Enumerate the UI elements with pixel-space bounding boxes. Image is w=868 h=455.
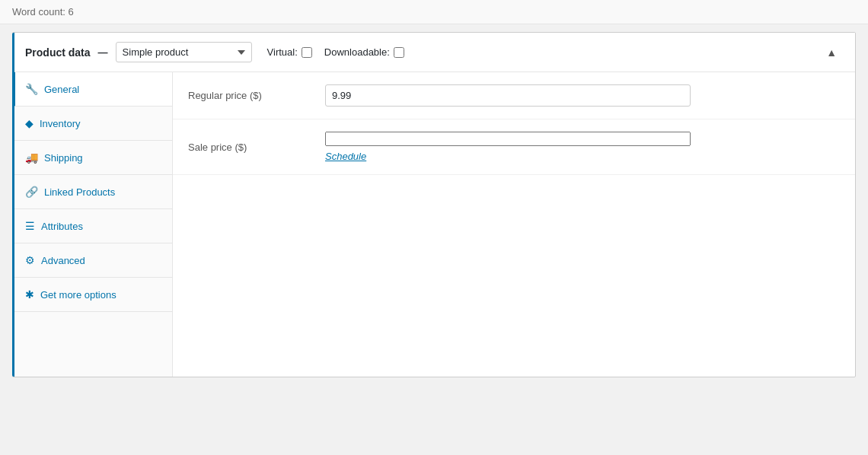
product-data-panel: Product data — Simple product Grouped pr… xyxy=(12,32,856,377)
sidebar-label-get-more-options: Get more options xyxy=(40,289,116,301)
sidebar-label-linked-products: Linked Products xyxy=(44,186,115,198)
sale-price-area: Schedule xyxy=(325,132,691,162)
regular-price-input-wrapper xyxy=(325,84,691,107)
attributes-icon: ☰ xyxy=(25,220,35,232)
link-icon: 🔗 xyxy=(25,186,38,198)
star-icon: ✱ xyxy=(25,288,34,301)
product-data-header: Product data — Simple product Grouped pr… xyxy=(13,33,855,72)
shipping-icon: 🚚 xyxy=(25,151,38,164)
regular-price-label: Regular price ($) xyxy=(188,90,325,101)
downloadable-checkbox-label[interactable]: Downloadable: xyxy=(324,46,404,58)
sidebar-label-shipping: Shipping xyxy=(44,152,83,164)
regular-price-row: Regular price ($) xyxy=(173,72,855,119)
sidebar-label-inventory: Inventory xyxy=(40,118,80,129)
sale-price-row: Sale price ($) Schedule xyxy=(173,119,855,175)
sidebar-item-attributes[interactable]: ☰ Attributes xyxy=(13,209,172,243)
product-data-body: 🔧 General ◆ Inventory 🚚 Shipping 🔗 Linke… xyxy=(13,72,855,377)
main-content-area: Regular price ($) Sale price ($) Schedul… xyxy=(173,72,855,377)
product-data-title: Product data xyxy=(25,46,91,59)
regular-price-input[interactable] xyxy=(325,84,691,107)
product-data-dash: — xyxy=(98,46,108,58)
wrench-icon: 🔧 xyxy=(25,83,38,95)
sidebar-item-advanced[interactable]: ⚙ Advanced xyxy=(13,243,172,278)
sidebar-label-attributes: Attributes xyxy=(41,221,83,232)
downloadable-checkbox[interactable] xyxy=(394,47,404,58)
sidebar: 🔧 General ◆ Inventory 🚚 Shipping 🔗 Linke… xyxy=(13,72,173,377)
sale-price-input[interactable] xyxy=(325,132,691,146)
virtual-label: Virtual: xyxy=(267,46,298,58)
collapse-button[interactable]: ▲ xyxy=(820,43,843,62)
virtual-checkbox-label[interactable]: Virtual: xyxy=(267,46,312,58)
sale-price-label: Sale price ($) xyxy=(188,142,325,153)
gear-icon: ⚙ xyxy=(25,254,35,266)
sidebar-label-general: General xyxy=(44,84,79,95)
word-count-text: Word count: 6 xyxy=(12,6,74,18)
inventory-icon: ◆ xyxy=(25,117,34,129)
sidebar-item-get-more-options[interactable]: ✱ Get more options xyxy=(13,278,172,312)
sidebar-item-general[interactable]: 🔧 General xyxy=(13,72,172,107)
downloadable-label: Downloadable: xyxy=(324,46,390,58)
product-type-select[interactable]: Simple product Grouped product External/… xyxy=(116,42,252,62)
word-count-bar: Word count: 6 xyxy=(0,0,868,24)
sidebar-item-inventory[interactable]: ◆ Inventory xyxy=(13,107,172,141)
sidebar-item-linked-products[interactable]: 🔗 Linked Products xyxy=(13,175,172,209)
virtual-checkbox[interactable] xyxy=(302,47,312,58)
sidebar-item-shipping[interactable]: 🚚 Shipping xyxy=(13,141,172,175)
header-checkboxes: Virtual: Downloadable: xyxy=(267,46,404,58)
sidebar-label-advanced: Advanced xyxy=(41,255,85,266)
schedule-link[interactable]: Schedule xyxy=(325,151,691,162)
